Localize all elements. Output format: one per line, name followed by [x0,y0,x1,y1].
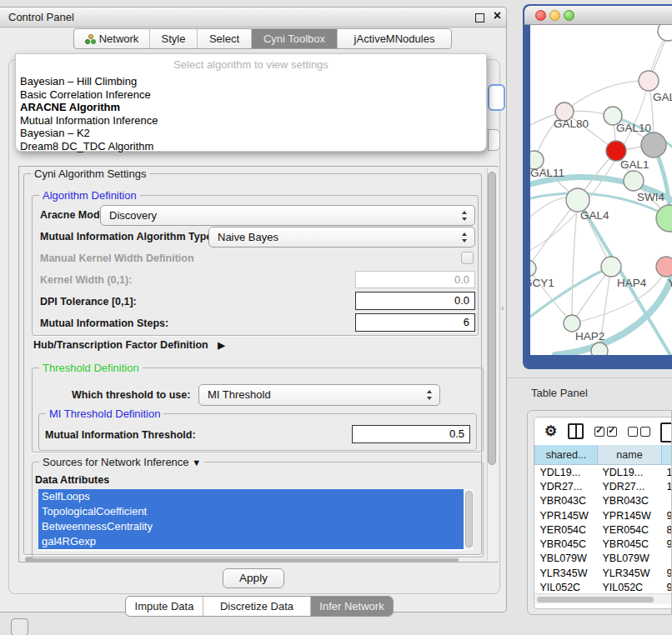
table-row[interactable]: YBR045CYBR045C9. [535,537,672,551]
attribute-item[interactable]: BetweennessCentrality [38,519,464,534]
threshold-definition-title: Threshold Definition [39,362,143,374]
node-gal[interactable] [639,71,659,91]
tab-select[interactable]: Select [198,29,252,48]
attribute-item[interactable]: TopologicalCoefficient [38,504,464,519]
node-hap2[interactable] [564,315,580,332]
attributes-scrollbar-thumb[interactable] [465,491,473,548]
bottom-tab-infer-network[interactable]: Infer Network [311,597,393,616]
bottom-tab-discretize-data[interactable]: Discretize Data [203,597,311,616]
minimize-traffic-light-icon[interactable] [549,10,560,21]
settings-vertical-scrollbar-thumb[interactable] [488,172,496,465]
tab-jactivemnodules[interactable]: jActiveMNodules [338,29,451,48]
manual-kernel-checkbox[interactable] [461,252,474,264]
network-edge[interactable] [564,81,649,112]
attribute-item[interactable]: SelfLoops [38,489,464,504]
divider [507,378,672,378]
dropdown-item[interactable]: Bayesian – Hill Climbing [16,75,486,88]
algorithm-dropdown-list: Bayesian – Hill ClimbingBasic Correlatio… [16,75,486,152]
data-attributes-list[interactable]: SelfLoopsTopologicalCoefficientBetweenne… [38,489,474,551]
node-table[interactable]: shared...name YDL19...YDL19...13YDR27...… [534,445,671,592]
table-panel-inner: ⚙ shared...name YDL19...YDL19...13YDR27.… [534,417,672,609]
node-bottom[interactable] [591,342,608,355]
attribute-item[interactable]: gal4RGexp [38,534,464,549]
mi-type-value: Naive Bayes [218,231,278,243]
dropdown-item[interactable]: Dream8 DC_TDC Algorithm [16,140,486,153]
dropdown-item[interactable]: ARACNE Algorithm [16,101,486,114]
tab-cyni-toolbox[interactable]: Cyni Toolbox [252,29,338,48]
node-gal4[interactable] [566,188,589,212]
select-all-icon[interactable] [594,427,617,437]
mi-steps-field[interactable]: 6 [355,313,475,332]
node-salmon-label: Y [668,277,672,289]
minimized-panel-icon[interactable] [11,618,28,635]
which-threshold-combo[interactable]: MI Threshold [198,384,440,406]
document-icon[interactable] [660,422,672,442]
control-panel-titlebar: Control Panel × [0,8,506,28]
table-horizontal-scrollbar-thumb[interactable] [537,597,654,602]
table-row[interactable]: YER054CYER054C8. [535,522,672,537]
control-tabs: NetworkStyleSelectCyni ToolboxjActiveMNo… [73,28,452,49]
gear-icon[interactable]: ⚙ [544,424,557,438]
table-row[interactable]: YBL079WYBL079W [535,552,672,566]
sources-title[interactable]: Sources for Network Inference ▼ [39,456,204,468]
network-canvas[interactable]: GALGAL80GAL10GAL1GAL11SWI4GAL4GCY1HAP4YH… [530,25,672,355]
table-row[interactable]: YDR27...YDR27...12 [535,479,672,493]
table-row[interactable]: YLR345WYLR345W9. [535,566,672,580]
node-hap4-label: HAP4 [617,277,647,289]
column-header[interactable]: shared... [535,445,598,465]
mi-type-combo[interactable]: Naive Bayes [208,227,475,248]
hub-definition-toggle[interactable]: Hub/Transcription Factor Definition ▶ [33,339,225,351]
settings-horizontal-scrollbar-thumb[interactable] [25,557,459,562]
network-edge-highlighted[interactable] [530,267,611,317]
dropdown-item[interactable]: Mutual Information Inference [16,114,486,128]
node-hap4[interactable] [601,257,621,277]
node-salmon[interactable] [656,257,672,277]
kernel-width-field[interactable]: 0.0 [355,271,475,288]
node-gray[interactable] [641,132,666,158]
apply-button[interactable]: Apply [223,568,284,588]
dropdown-item[interactable]: Basic Correlation Inference [16,88,486,102]
table-row[interactable]: YIL052CYIL052C9. [535,580,672,592]
network-edge[interactable] [572,200,578,323]
node-green-right[interactable] [656,205,672,232]
table-horizontal-scrollbar[interactable] [534,593,671,604]
dpi-tolerance-field[interactable]: 0.0 [355,292,475,310]
attributes-scrollbar[interactable] [464,489,474,551]
algorithm-dropdown: Select algorithm to view settings Bayesi… [15,53,487,152]
node-top[interactable] [658,25,672,41]
node-gal11-label: GAL11 [530,167,564,179]
zoom-traffic-light-icon[interactable] [564,10,574,21]
column-header[interactable]: name [598,445,662,465]
node-gal80-label: GAL80 [554,118,589,130]
mi-threshold-field[interactable]: 0.5 [352,425,470,443]
bottom-tabs: Impute DataDiscretize DataInfer Network [125,596,394,617]
close-traffic-light-icon[interactable] [535,10,546,21]
mi-threshold-label: Mutual Information Threshold: [45,429,196,441]
close-icon[interactable]: × [494,8,501,23]
which-threshold-label: Which threshold to use: [72,389,190,401]
tab-network[interactable]: Network [74,29,150,48]
algorithm-definition-title: Algorithm Definition [39,189,140,202]
table-body: YDL19...YDL19...13YDR27...YDR27...12YBR0… [535,465,672,592]
aracne-mode-combo[interactable]: Discovery [100,205,475,226]
panel-resize-chevron-icon[interactable]: › [501,303,504,312]
network-graph: GALGAL80GAL10GAL1GAL11SWI4GAL4GCY1HAP4YH… [530,25,672,355]
mi-steps-label: Mutual Information Steps: [40,318,168,329]
table-panel-title: Table Panel [531,387,588,399]
table-row[interactable]: YBR043CYBR043C [535,494,672,508]
node-gcy1[interactable] [530,260,536,277]
tab-style[interactable]: Style [150,29,198,48]
split-view-icon[interactable] [568,423,584,439]
column-header[interactable] [662,445,672,465]
dropdown-item[interactable]: Bayesian – K2 [16,127,486,140]
kernel-width-label: Kernel Width (0,1): [40,274,132,286]
table-row[interactable]: YPR145WYPR145W9. [535,508,672,522]
aracne-mode-value: Discovery [109,209,157,222]
deselect-all-icon[interactable] [628,427,650,437]
table-row[interactable]: YDL19...YDL19...13 [535,465,672,480]
float-window-icon[interactable] [475,13,484,22]
node-swi4-label: SWI4 [637,191,664,203]
bottom-tab-impute-data[interactable]: Impute Data [126,597,203,616]
network-view-window: GALGAL80GAL10GAL1GAL11SWI4GAL4GCY1HAP4YH… [523,4,672,369]
node-swi4[interactable] [624,171,644,191]
